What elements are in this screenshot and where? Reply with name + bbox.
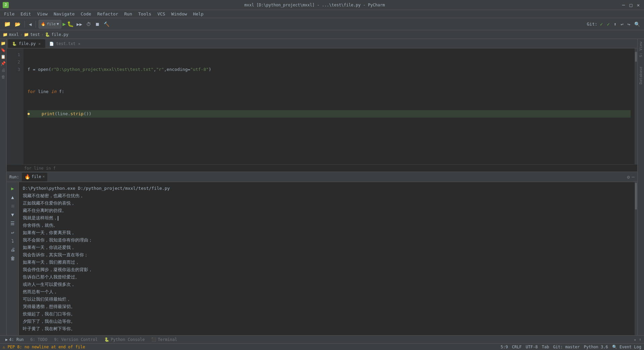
git-push-icon[interactable]: ⬆ (612, 21, 618, 28)
git-update-icon[interactable]: ✓ (599, 21, 604, 28)
menu-run[interactable]: Run (122, 11, 135, 17)
output-line-12: 或许人一生可以爱很多次， (23, 281, 631, 288)
git-commit-icon[interactable]: ✓ (605, 21, 611, 28)
breadcrumb-file-icon: 🐍 (45, 32, 50, 37)
tab-file-py[interactable]: 🐍 file.py ✕ (8, 39, 45, 48)
output-line-9: 如果有一天，我们擦肩而过， (23, 259, 631, 266)
run-panel: Run: 🔥 file ✕ ⚙ ─ ▶ ▲ ⏹ ▼ (7, 172, 637, 335)
run-config-dropdown-icon: ▼ (57, 22, 59, 26)
run-debug-button[interactable]: 🐛 (67, 21, 74, 27)
run-profile-button[interactable]: ⏱ (85, 21, 92, 28)
menu-tools[interactable]: Tools (136, 11, 154, 17)
menu-code[interactable]: Code (78, 11, 94, 17)
search-everywhere-icon[interactable]: 🔍 (633, 21, 641, 28)
menu-vcs[interactable]: VCS (155, 11, 168, 17)
breadcrumb-project[interactable]: mxxl (9, 32, 19, 37)
sidebar-project-icon[interactable]: 📁 (0, 40, 6, 46)
status-line-sep[interactable]: CRLF (512, 345, 522, 349)
sidebar-print-icon[interactable]: 🖨 (1, 67, 6, 73)
status-encoding[interactable]: UTF-8 (526, 345, 538, 349)
bottom-tab-run[interactable]: ▶ 4: Run (3, 337, 26, 343)
run-up-btn[interactable]: ▲ (9, 193, 16, 201)
bottom-tab-todo[interactable]: 6: TODO (28, 337, 50, 343)
run-stop-btn[interactable]: ⏹ (9, 202, 16, 210)
status-python[interactable]: Python 3.6 (584, 345, 608, 349)
bottom-tabs-bar: ▶ 4: Run 6: TODO 9: Version Control 🐍 Py… (0, 335, 644, 343)
tab-file-py-close[interactable]: ✕ (38, 42, 42, 46)
hint-text: for line in f (24, 166, 56, 171)
run-clear-btn[interactable]: 🗑 (9, 255, 16, 262)
run-button[interactable]: ▶ (63, 21, 66, 27)
status-event-log[interactable]: 🔍 Event Log (612, 345, 641, 349)
run-coverage-button[interactable]: ▶▶ (75, 21, 84, 28)
run-stop-button[interactable]: ⏹ (94, 21, 101, 28)
sidebar-database[interactable]: Database (638, 65, 644, 87)
code-editor[interactable]: 1 2 3 f = open(r"D:\python_project\mxxl\… (7, 48, 637, 164)
breadcrumb-folder[interactable]: test (30, 32, 40, 37)
run-layout-btn[interactable]: ☰ (9, 220, 16, 227)
breadcrumb: 📁 mxxl › 📁 test › 🐍 file.py (0, 30, 644, 39)
status-warning[interactable]: ⚠ PEP 8: no newline at end of file (3, 345, 85, 349)
output-line-1: 正如我藏不住爱你的喜悦， (23, 200, 631, 207)
left-sidebar: 📁 🔖 📋 📌 🖨 🗑 (0, 39, 7, 335)
minimize-button[interactable]: ─ (621, 2, 627, 8)
run-scrollbar[interactable] (635, 182, 637, 335)
output-line-13: 然而总有一个人， (23, 288, 631, 296)
git-history-icon[interactable]: ↩ (619, 21, 625, 28)
maximize-button[interactable]: □ (628, 2, 634, 8)
toolbar-back-icon[interactable]: ◀ (28, 21, 33, 28)
menu-edit[interactable]: Edit (18, 11, 34, 17)
tab-test-txt[interactable]: 📄 test.txt ✕ (45, 39, 85, 48)
output-line-17: 夕阳下了，我在山边等你。 (23, 318, 631, 325)
breadcrumb-file[interactable]: file.py (51, 32, 68, 37)
output-line-11: 告诉自己那个人我曾经爱过。 (23, 273, 631, 281)
run-tab-bar: Run: 🔥 file ✕ ⚙ ─ (7, 172, 637, 182)
close-button[interactable]: ✕ (635, 2, 641, 8)
git-annotate-icon[interactable]: ↪ (626, 21, 632, 28)
favorites-icon[interactable]: ★ (634, 337, 636, 342)
run-print-btn[interactable]: 🖨 (9, 246, 16, 253)
tab-txt-icon: 📄 (49, 42, 54, 46)
bottom-right-icon[interactable]: ⬆ (639, 337, 641, 342)
tab-test-txt-close[interactable]: ✕ (77, 42, 81, 46)
sidebar-bookmark-icon[interactable]: 🔖 (0, 47, 6, 53)
run-settings-icon[interactable]: ⚙ (627, 174, 630, 180)
editor-scrollbar[interactable] (635, 48, 637, 164)
status-indent[interactable]: Tab (542, 345, 549, 349)
run-tab-file[interactable]: 🔥 file ✕ (22, 173, 48, 181)
sidebar-structure-icon[interactable]: 📋 (0, 54, 6, 60)
build-button[interactable]: 🔨 (102, 21, 111, 28)
run-scroll-end-btn[interactable]: ⤵ (9, 237, 16, 245)
menu-refactor[interactable]: Refactor (95, 11, 121, 17)
menu-file[interactable]: File (1, 11, 17, 17)
run-config-button[interactable]: 🔥 file ▼ (39, 20, 61, 29)
bottom-tab-python-console[interactable]: 🐍 Python Console (102, 337, 147, 343)
run-tab-close[interactable]: ✕ (43, 174, 45, 179)
menu-navigate[interactable]: Navigate (51, 11, 77, 17)
menu-help[interactable]: Help (191, 11, 206, 17)
run-output[interactable]: D:\Python\python.exe D:/python_project/m… (19, 182, 635, 335)
line-numbers: 1 2 3 (7, 48, 23, 164)
status-git[interactable]: Git: master (553, 345, 580, 349)
run-restart-btn[interactable]: ▶ (9, 185, 16, 192)
menu-window[interactable]: Window (169, 11, 190, 17)
run-minimize-icon[interactable]: ─ (632, 174, 635, 180)
output-line-15: 哭得最透彻，想得最深切。 (23, 303, 631, 310)
editor-tab-bar: 🐍 file.py ✕ 📄 test.txt ✕ (7, 39, 637, 48)
run-tab-controls: ⚙ ─ (627, 174, 635, 180)
bottom-tab-version-control[interactable]: 9: Version Control (51, 337, 100, 343)
run-soft-wrap-btn[interactable]: ↵ (9, 228, 16, 236)
python-console-label: Python Console (111, 337, 145, 342)
run-down-btn[interactable]: ▼ (9, 211, 16, 218)
sidebar-pin-icon[interactable]: 📌 (0, 60, 6, 67)
code-content[interactable]: f = open(r"D:\python_project\mxxl\test\t… (23, 48, 635, 164)
sidebar-trash-icon[interactable]: 🗑 (1, 74, 6, 80)
bottom-tab-terminal[interactable]: ⬛ Terminal (149, 337, 180, 343)
run-label: Run: (9, 175, 19, 179)
menu-view[interactable]: View (35, 11, 50, 17)
sidebar-s-view[interactable]: S: View (638, 40, 644, 58)
sidebar-database-label[interactable]: Database (638, 65, 644, 86)
status-position[interactable]: 5:9 (501, 345, 508, 349)
breadcrumb-sep-1: › (20, 32, 22, 37)
output-line-14: 可以让我们笑得最灿烂， (23, 296, 631, 303)
